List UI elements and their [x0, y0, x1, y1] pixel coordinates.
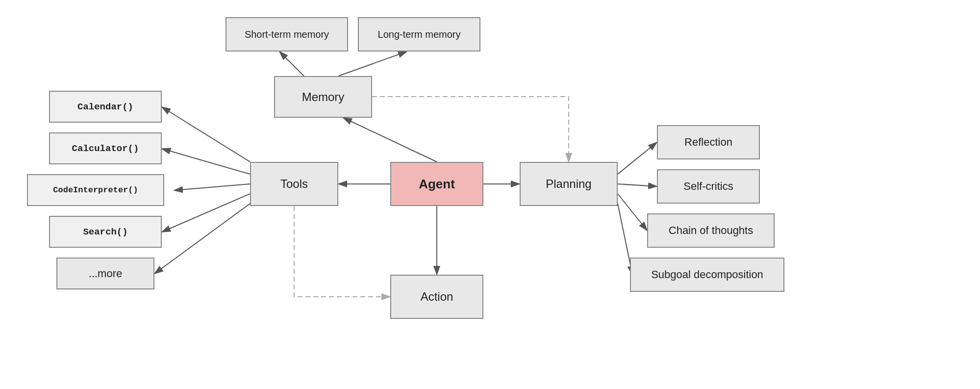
reflection-node: Reflection — [657, 125, 760, 159]
svg-line-15 — [618, 194, 647, 231]
svg-line-14 — [618, 184, 657, 186]
chain-of-thoughts-node: Chain of thoughts — [647, 213, 775, 248]
self-critics-node: Self-critics — [657, 169, 760, 204]
more-node: ...more — [56, 258, 154, 289]
svg-line-8 — [162, 107, 250, 162]
svg-line-12 — [154, 204, 250, 274]
long-term-memory-node: Long-term memory — [358, 17, 480, 52]
diagram: Short-term memory Long-term memory Memor… — [0, 0, 980, 389]
calculator-node: Calculator() — [49, 132, 162, 164]
planning-node: Planning — [520, 162, 618, 206]
action-node: Action — [390, 275, 483, 319]
tools-node: Tools — [250, 162, 338, 206]
code-interpreter-node: CodeInterpreter() — [27, 174, 164, 206]
svg-line-13 — [618, 142, 657, 174]
svg-line-2 — [279, 52, 304, 76]
svg-line-10 — [174, 184, 250, 190]
short-term-memory-node: Short-term memory — [226, 17, 348, 52]
search-node: Search() — [49, 216, 162, 248]
subgoal-decomposition-node: Subgoal decomposition — [630, 258, 784, 292]
agent-node: Agent — [390, 162, 483, 206]
calendar-node: Calendar() — [49, 91, 162, 123]
svg-line-11 — [162, 194, 250, 232]
memory-node: Memory — [274, 76, 372, 118]
svg-line-4 — [343, 118, 437, 162]
svg-line-3 — [338, 52, 407, 76]
svg-line-9 — [162, 149, 250, 174]
